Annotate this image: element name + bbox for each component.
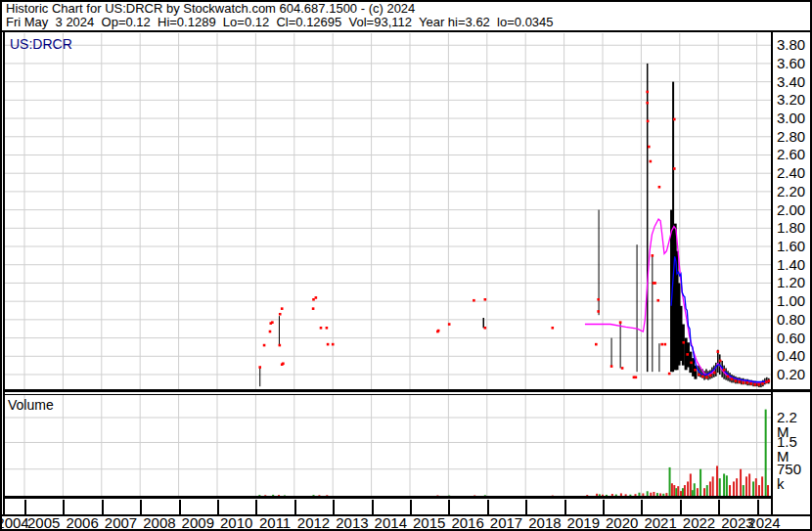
year-axis-label: 2020 bbox=[603, 516, 642, 530]
price-axis-label: 1.60 bbox=[777, 239, 810, 253]
trade-dot bbox=[761, 382, 764, 385]
year-tick bbox=[680, 500, 682, 514]
trade-dot bbox=[682, 341, 685, 344]
volume-bar bbox=[706, 485, 708, 496]
year-tick bbox=[179, 500, 181, 514]
symbol-label: US:DRCR bbox=[10, 36, 72, 52]
volume-axis-label: 750 k bbox=[777, 462, 812, 491]
volume-bar bbox=[716, 465, 718, 496]
trade-dot bbox=[690, 362, 693, 365]
trade-dot bbox=[647, 120, 650, 123]
trade-dot bbox=[743, 381, 745, 384]
trade-dot bbox=[727, 376, 730, 378]
volume-bar bbox=[761, 476, 763, 496]
price-axis-label: 3.20 bbox=[777, 92, 810, 107]
price-axis-label: 2.60 bbox=[777, 147, 810, 161]
price-bar bbox=[620, 323, 621, 369]
volume-bar bbox=[748, 473, 750, 496]
trade-dot bbox=[281, 307, 284, 310]
volume-panel-bottom-border bbox=[3, 496, 773, 499]
trade-dot bbox=[646, 102, 649, 105]
volume-bar bbox=[729, 485, 731, 496]
price-axis-label: 2.40 bbox=[777, 165, 810, 180]
plot-left-border bbox=[3, 32, 5, 515]
year-axis-label: 2013 bbox=[333, 516, 372, 530]
volume-bar bbox=[671, 483, 673, 496]
chart-title-line: Historic Chart for US:DRCR by Stockwatch… bbox=[6, 2, 415, 16]
year-tick bbox=[217, 500, 219, 514]
plot-right-border bbox=[771, 32, 773, 515]
year-axis-label: 2019 bbox=[564, 516, 603, 530]
trade-dot bbox=[705, 376, 708, 379]
year-tick bbox=[372, 500, 374, 514]
price-axis-label: 0.60 bbox=[777, 331, 810, 345]
price-axis-label: 3.40 bbox=[777, 74, 810, 89]
trade-dot bbox=[619, 321, 622, 324]
trade-dot bbox=[749, 382, 752, 385]
volume-bar bbox=[755, 478, 757, 496]
trade-dot bbox=[484, 298, 487, 301]
trade-dot bbox=[656, 299, 659, 302]
trade-dot bbox=[654, 282, 656, 285]
trade-dot bbox=[698, 374, 700, 376]
year-tick bbox=[603, 500, 605, 514]
year-tick bbox=[564, 500, 566, 514]
volume-bar bbox=[694, 483, 696, 496]
year-tick bbox=[294, 500, 296, 514]
price-axis-label: 2.00 bbox=[777, 202, 810, 217]
volume-bar bbox=[736, 478, 738, 496]
trade-dot bbox=[279, 344, 282, 347]
price-axis-label: 2.20 bbox=[777, 184, 810, 199]
volume-bar bbox=[740, 469, 742, 496]
volume-axis-label: 1.5 M bbox=[777, 434, 812, 464]
volume-bar bbox=[752, 481, 754, 496]
price-axis-label: 0.80 bbox=[777, 312, 810, 327]
trade-dot bbox=[263, 344, 266, 347]
volume-bar bbox=[677, 486, 679, 496]
year-axis-label: 2008 bbox=[140, 516, 179, 530]
year-tick bbox=[525, 500, 527, 514]
trade-dot bbox=[652, 254, 654, 257]
trade-dot bbox=[717, 350, 720, 353]
price-bar bbox=[715, 363, 717, 376]
year-tick bbox=[718, 500, 720, 514]
trade-dot bbox=[664, 343, 667, 346]
trade-dot bbox=[621, 367, 624, 370]
trade-dot bbox=[610, 365, 613, 368]
price-axis-label: 1.80 bbox=[777, 220, 810, 235]
trade-dot bbox=[745, 381, 748, 384]
price-bar bbox=[279, 316, 280, 345]
trade-dot bbox=[597, 310, 600, 313]
trade-dot bbox=[327, 343, 330, 346]
volume-bar bbox=[723, 473, 725, 496]
trade-dot bbox=[701, 376, 704, 378]
chart-quote-line: Fri May 3 2024 Op=0.12 Hi=0.1289 Lo=0.12… bbox=[6, 16, 554, 29]
volume-bar bbox=[687, 481, 689, 496]
trade-dot bbox=[648, 146, 651, 149]
trade-dot bbox=[551, 327, 554, 330]
volume-chart-canvas bbox=[4, 395, 772, 496]
year-axis-label: 2015 bbox=[410, 516, 449, 530]
header-divider bbox=[0, 30, 812, 32]
trade-dot bbox=[269, 331, 272, 333]
volume-bar bbox=[733, 481, 735, 496]
trade-dot bbox=[437, 330, 440, 332]
price-axis-label: 3.60 bbox=[777, 56, 810, 70]
trade-dot bbox=[673, 167, 676, 170]
price-axis-label: 1.20 bbox=[777, 275, 810, 289]
trade-dot bbox=[320, 327, 323, 330]
volume-bar bbox=[673, 485, 675, 496]
year-tick bbox=[255, 500, 257, 514]
trade-dot bbox=[739, 380, 742, 383]
trade-dot bbox=[258, 366, 261, 369]
trade-dot bbox=[473, 299, 475, 302]
year-tick bbox=[333, 500, 335, 514]
year-strip-divider bbox=[0, 514, 812, 516]
price-bar bbox=[652, 255, 653, 372]
border-left bbox=[0, 0, 2, 531]
year-axis-label: 2009 bbox=[178, 516, 217, 530]
volume-bar bbox=[669, 467, 671, 496]
price-axis-label: 2.80 bbox=[777, 129, 810, 144]
trade-dot bbox=[686, 353, 689, 356]
trade-dot bbox=[326, 327, 329, 330]
